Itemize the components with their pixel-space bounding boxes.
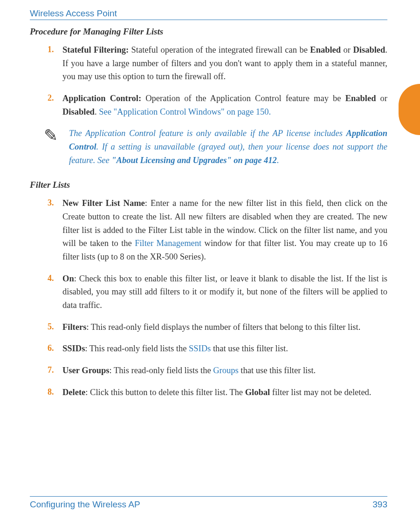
cross-ref-link[interactable]: SSIDs [189, 344, 211, 353]
list-item: 2. Application Control: Operation of the… [48, 92, 387, 118]
item-body: User Groups: This read-only field lists … [62, 364, 387, 377]
text-bold: Disabled [353, 45, 385, 55]
item-number: 1. [48, 43, 62, 83]
text: Stateful operation of the integrated fir… [129, 45, 310, 55]
item-label: Filters [62, 322, 86, 332]
text: or [376, 94, 387, 103]
item-number: 7. [48, 364, 62, 377]
text: . [95, 107, 99, 116]
list-item: 4. On: Check this box to enable this fil… [48, 272, 387, 312]
item-number: 4. [48, 272, 62, 312]
list-item: 8. Delete: Click this button to delete t… [48, 386, 387, 399]
item-label: New Filter List Name [62, 198, 145, 208]
item-label: Stateful Filtering: [62, 45, 129, 55]
page-footer: Configuring the Wireless AP 393 [30, 496, 387, 510]
item-body: Delete: Click this button to delete this… [62, 386, 387, 399]
item-label: User Groups [62, 366, 110, 375]
page-body: Wireless Access Point Procedure for Mana… [0, 0, 420, 516]
list-item: 5. Filters: This read-only field display… [48, 321, 387, 334]
note-icon: ✎ [44, 126, 58, 145]
list-item: 6. SSIDs: This read-only field lists the… [48, 342, 387, 355]
text-bold: Enabled [345, 94, 376, 103]
item-label: On [62, 274, 74, 283]
item-body: On: Check this box to enable this filter… [62, 272, 387, 312]
section-heading-procedure: Procedure for Managing Filter Lists [30, 27, 387, 37]
item-body: Stateful Filtering: Stateful operation o… [62, 43, 387, 83]
text-bold: Disabled [62, 107, 95, 116]
text: . [277, 156, 279, 165]
footer-section-title: Configuring the Wireless AP [30, 499, 140, 510]
running-header: Wireless Access Point [30, 8, 387, 19]
text-bold: Enabled [310, 45, 341, 55]
text: : Click this button to delete this filte… [85, 388, 245, 397]
text: Operation of the Application Control fea… [141, 94, 345, 103]
list-item: 1. Stateful Filtering: Stateful operatio… [48, 43, 387, 83]
item-number: 6. [48, 342, 62, 355]
item-label: Delete [62, 388, 85, 397]
item-label: Application Control: [62, 94, 141, 103]
text: The Application Control feature is only … [69, 129, 346, 138]
cross-ref-link[interactable]: See "Application Control Windows" on pag… [99, 107, 271, 116]
cross-ref-link[interactable]: "About Licensing and Upgrades" on page 4… [111, 156, 277, 165]
list-item: 7. User Groups: This read-only field lis… [48, 364, 387, 377]
item-body: SSIDs: This read-only field lists the SS… [62, 342, 387, 355]
section-heading-filter-lists: Filter Lists [30, 180, 387, 190]
text: : This read-only field lists the [85, 344, 189, 353]
cross-ref-link[interactable]: Filter Management [135, 239, 201, 248]
text: that use this filter list. [211, 344, 288, 353]
ordered-list-2: 3. New Filter List Name: Enter a name fo… [30, 197, 387, 399]
note-block: ✎ The Application Control feature is onl… [44, 127, 387, 167]
item-label: SSIDs [62, 344, 85, 353]
item-number: 3. [48, 197, 62, 263]
cross-ref-link[interactable]: Groups [213, 366, 238, 375]
item-body: Filters: This read-only field displays t… [62, 321, 387, 334]
text: that use this filter list. [239, 366, 316, 375]
text-bold: Global [245, 388, 270, 397]
header-rule [30, 20, 387, 20]
ordered-list-1: 1. Stateful Filtering: Stateful operatio… [30, 43, 387, 118]
text: or [341, 45, 353, 55]
text: : This read-only field lists the [110, 366, 213, 375]
item-number: 8. [48, 386, 62, 399]
item-body: New Filter List Name: Enter a name for t… [62, 197, 387, 263]
item-number: 2. [48, 92, 62, 118]
text: : Check this box to enable this filter l… [62, 274, 387, 310]
item-body: Application Control: Operation of the Ap… [62, 92, 387, 118]
item-number: 5. [48, 321, 62, 334]
text: filter list may not be deleted. [270, 388, 371, 397]
text: : This read-only field displays the numb… [86, 322, 360, 332]
list-item: 3. New Filter List Name: Enter a name fo… [48, 197, 387, 263]
page-number: 393 [372, 499, 387, 510]
note-body: The Application Control feature is only … [69, 127, 387, 167]
